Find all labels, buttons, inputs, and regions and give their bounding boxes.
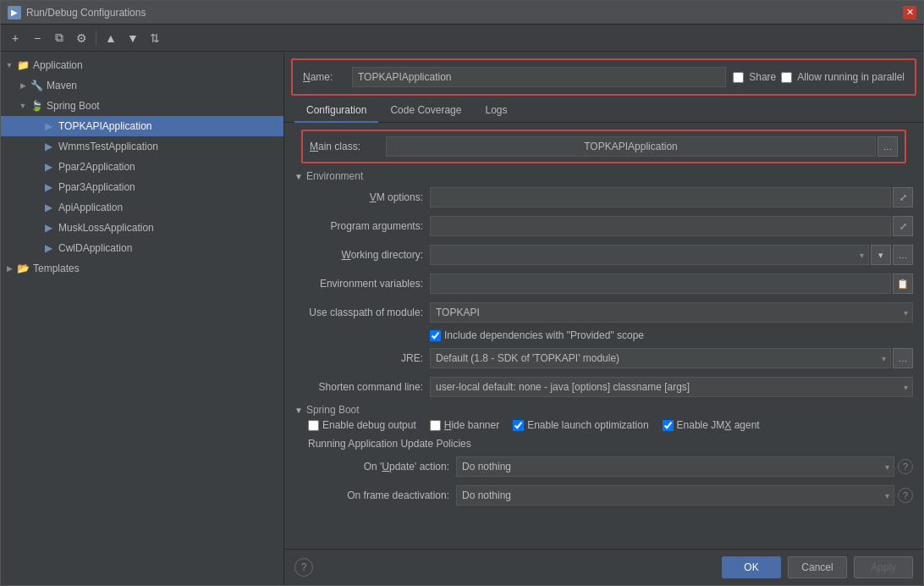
environment-label: Environment — [306, 170, 363, 182]
move-down-button[interactable]: ▼ — [124, 29, 142, 47]
add-button[interactable]: + — [6, 29, 25, 47]
expand-application-icon: ▼ — [4, 60, 14, 70]
update-action-row: On 'Update' action: Do nothing Update cl… — [308, 455, 913, 478]
name-input[interactable] — [352, 67, 726, 87]
tab-configuration[interactable]: Configuration — [294, 99, 378, 123]
settings-button[interactable]: ⚙ — [72, 29, 91, 47]
include-deps-row: Include dependencies with "Provided" sco… — [430, 329, 913, 341]
enable-launch-text: Enable launch optimization — [527, 419, 648, 431]
separator — [96, 30, 96, 46]
spring-boot-section: ▼ Spring Boot Enable debug output Hide b… — [294, 404, 913, 507]
allow-parallel-checkbox[interactable] — [781, 72, 792, 83]
remove-button[interactable]: − — [28, 29, 47, 47]
wmms-config-icon: ▶ — [41, 140, 55, 153]
help-button[interactable]: ? — [294, 558, 313, 577]
window-title: Run/Debug Configurations — [26, 7, 903, 19]
classpath-select[interactable]: TOPKAPI — [430, 302, 913, 323]
maven-icon: 🔧 — [30, 79, 43, 92]
jre-browse-button[interactable]: … — [893, 348, 913, 368]
expand-maven-icon: ▶ — [18, 80, 28, 91]
sidebar-label-cwld: CwlDApplication — [58, 242, 132, 254]
spring-boot-section-label: Spring Boot — [306, 404, 360, 416]
shorten-cmd-select[interactable]: user-local default: none - java [options… — [430, 377, 913, 397]
env-vars-label: Environment variables: — [294, 278, 430, 290]
classpath-wrapper[interactable]: TOPKAPI — [430, 302, 913, 323]
classpath-row: Use classpath of module: TOPKAPI — [294, 301, 913, 324]
expand-templates-icon: ▶ — [4, 263, 14, 274]
spring-boot-collapse-icon: ▼ — [294, 406, 303, 415]
tab-code-coverage[interactable]: Code Coverage — [378, 99, 473, 123]
working-dir-input[interactable] — [430, 245, 869, 265]
frame-deactivation-select[interactable]: Do nothing Update classes and resources … — [456, 485, 894, 506]
share-label: Share — [749, 71, 776, 83]
bottom-left: ? — [294, 558, 715, 577]
sidebar-label-topkapi: TOPKAPIApplication — [58, 120, 152, 132]
vm-options-expand-button[interactable]: ⤢ — [893, 187, 913, 207]
sidebar-item-maven[interactable]: ▶ 🔧 Maven — [1, 75, 283, 96]
sidebar-item-ppar3[interactable]: ▶ Ppar3Application — [1, 177, 283, 197]
main-class-input[interactable] — [386, 136, 876, 157]
ok-button[interactable]: OK — [722, 556, 781, 578]
main-content: ▼ 📁 Application ▶ 🔧 Maven ▼ 🍃 Spring Boo… — [1, 52, 923, 585]
vm-options-input[interactable] — [430, 187, 891, 207]
frame-deactivation-wrapper[interactable]: Do nothing Update classes and resources … — [456, 485, 894, 506]
sidebar-item-topkapi[interactable]: ▶ TOPKAPIApplication — [1, 116, 283, 136]
env-vars-browse-button[interactable]: 📋 — [893, 274, 913, 294]
jre-select[interactable]: Default (1.8 - SDK of 'TOPKAPI' module) — [430, 348, 891, 368]
sidebar-label-templates: Templates — [33, 263, 80, 274]
program-args-expand-button[interactable]: ⤢ — [893, 216, 913, 236]
env-vars-row: Environment variables: 📋 — [294, 272, 913, 296]
working-dir-dropdown-button[interactable]: ▾ — [871, 245, 891, 265]
working-dir-browse-button[interactable]: … — [893, 245, 913, 265]
bottom-bar: ? OK Cancel Apply — [284, 549, 923, 585]
close-button[interactable]: ✕ — [903, 6, 916, 19]
enable-jmx-label: Enable JMX agent — [663, 419, 760, 431]
sidebar-label-wmms: WmmsTestApplication — [58, 141, 158, 152]
share-checkbox[interactable] — [733, 72, 744, 83]
toolbar: + − ⧉ ⚙ ▲ ▼ ⇅ — [1, 25, 923, 52]
main-class-browse-button[interactable]: … — [877, 136, 898, 157]
cancel-button[interactable]: Cancel — [788, 556, 847, 578]
working-dir-wrapper — [430, 245, 869, 265]
shorten-cmd-wrapper[interactable]: user-local default: none - java [options… — [430, 377, 913, 397]
env-vars-input[interactable] — [430, 274, 891, 294]
sidebar-item-ppar2[interactable]: ▶ Ppar2Application — [1, 157, 283, 177]
spring-boot-section-header: ▼ Spring Boot — [294, 404, 913, 416]
enable-jmx-checkbox[interactable] — [663, 420, 674, 431]
sidebar-item-spring-boot[interactable]: ▼ 🍃 Spring Boot — [1, 96, 283, 116]
move-up-button[interactable]: ▲ — [102, 29, 120, 47]
hide-banner-checkbox[interactable] — [430, 420, 441, 431]
sidebar-item-muskloss[interactable]: ▶ MuskLossApplication — [1, 218, 283, 238]
frame-deactivation-help-icon[interactable]: ? — [898, 488, 913, 503]
enable-launch-checkbox[interactable] — [513, 420, 524, 431]
program-args-input[interactable] — [430, 216, 891, 236]
update-action-select[interactable]: Do nothing Update classes and resources … — [456, 456, 894, 477]
window-icon: ▶ — [8, 6, 21, 19]
sidebar-item-templates[interactable]: ▶ 📂 Templates — [1, 258, 283, 279]
include-deps-checkbox[interactable] — [430, 330, 441, 341]
working-dir-label: Working directory: — [294, 249, 430, 261]
working-dir-row: Working directory: ▾ … — [294, 243, 913, 267]
muskloss-config-icon: ▶ — [41, 221, 55, 235]
ppar2-config-icon: ▶ — [41, 160, 55, 174]
frame-deactivation-label: On frame deactivation: — [308, 489, 456, 501]
jre-wrapper[interactable]: Default (1.8 - SDK of 'TOPKAPI' module) — [430, 348, 891, 368]
expand-spring-icon: ▼ — [18, 101, 28, 111]
sidebar-item-cwld[interactable]: ▶ CwlDApplication — [1, 238, 283, 258]
sidebar-item-api[interactable]: ▶ ApiApplication — [1, 197, 283, 218]
copy-button[interactable]: ⧉ — [50, 29, 69, 47]
apply-button[interactable]: Apply — [854, 556, 913, 578]
running-policies-title: Running Application Update Policies — [308, 438, 913, 450]
tab-logs[interactable]: Logs — [473, 99, 519, 123]
sidebar-label-api: ApiApplication — [58, 202, 123, 213]
update-action-wrapper[interactable]: Do nothing Update classes and resources … — [456, 456, 894, 477]
name-label: Name: — [303, 71, 345, 83]
enable-debug-checkbox[interactable] — [308, 420, 319, 431]
include-deps-label: Include dependencies with "Provided" sco… — [444, 329, 644, 341]
update-action-help-icon[interactable]: ? — [898, 459, 913, 474]
spring-boot-icon: 🍃 — [30, 99, 43, 113]
right-panel: Name: Share Allow running in parallel Co… — [284, 52, 923, 585]
sidebar-item-wmms[interactable]: ▶ WmmsTestApplication — [1, 136, 283, 157]
sidebar-item-application[interactable]: ▼ 📁 Application — [1, 55, 283, 75]
sort-button[interactable]: ⇅ — [146, 29, 164, 47]
